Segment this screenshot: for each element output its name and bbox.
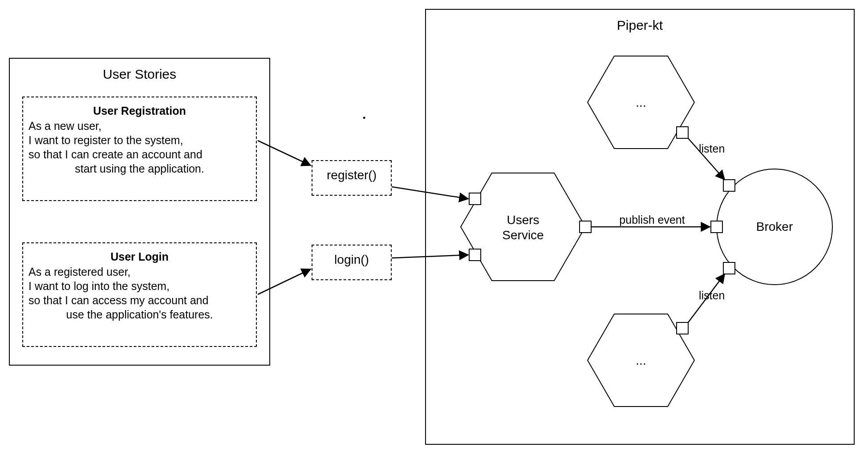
users-service-label: Users Service	[487, 213, 559, 242]
arrow-login-to-service	[392, 255, 468, 258]
publish-event-label: publish event	[601, 213, 703, 226]
port-users-left-upper	[469, 193, 481, 205]
port-broker-lower	[723, 262, 735, 274]
diagram-svg	[0, 0, 868, 455]
top-hex-dots: ...	[623, 96, 659, 110]
port-broker-left	[711, 221, 722, 233]
arrow-login-to-login	[258, 269, 311, 294]
arrow-register-to-service	[392, 187, 468, 199]
port-bottomhex	[677, 322, 688, 334]
bottom-hex-dots: ...	[623, 354, 659, 368]
port-users-left-lower	[469, 249, 481, 261]
arrow-registration-to-register	[258, 141, 311, 165]
listen-top-label: listen	[699, 142, 725, 155]
port-tophex	[677, 127, 688, 138]
port-broker-upper	[723, 180, 735, 191]
listen-bottom-label: listen	[699, 289, 725, 302]
port-users-right	[580, 221, 591, 233]
broker-label: Broker	[743, 220, 806, 234]
diagram-canvas: { "userStories": { "panelTitle": "User S…	[0, 0, 868, 455]
